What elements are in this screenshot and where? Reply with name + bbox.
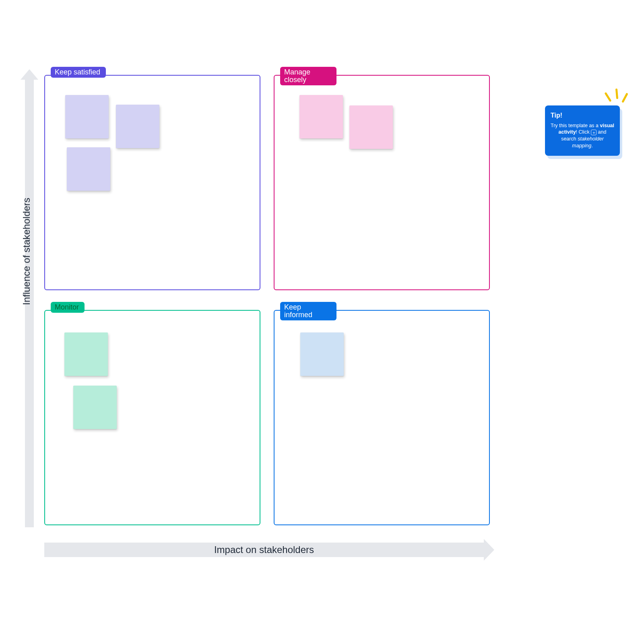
sticky-note[interactable] (300, 332, 344, 376)
y-axis-label: Influence of stakeholders (21, 198, 32, 305)
quadrant-label-manage-closely: Manage closely (280, 67, 336, 85)
sticky-note[interactable] (116, 105, 159, 148)
plus-icon: ＋ (591, 130, 597, 135)
sticky-note[interactable] (64, 332, 108, 376)
quadrant-keep-satisfied[interactable]: Keep satisfied (44, 75, 260, 290)
sticky-note[interactable] (299, 95, 343, 138)
sticky-note[interactable] (67, 147, 110, 191)
quadrant-keep-informed[interactable]: Keep informed (274, 310, 490, 525)
quadrant-label-monitor: Monitor (51, 302, 85, 313)
tip-body: Try this template as a visual activity! … (551, 122, 614, 150)
quadrant-monitor[interactable]: Monitor (44, 310, 260, 525)
tip-card[interactable]: Tip! Try this template as a visual activ… (545, 105, 620, 156)
x-axis-label: Impact on stakeholders (44, 544, 484, 555)
quadrant-label-keep-informed: Keep informed (280, 302, 336, 320)
sticky-note[interactable] (349, 105, 393, 149)
sticky-note[interactable] (65, 95, 109, 138)
quadrant-label-keep-satisfied: Keep satisfied (51, 67, 106, 78)
x-axis-arrow: Impact on stakeholders (44, 543, 484, 557)
tip-title: Tip! (551, 111, 614, 120)
quadrant-manage-closely[interactable]: Manage closely (274, 75, 490, 290)
y-axis-arrow: Influence of stakeholders (25, 80, 34, 527)
sticky-note[interactable] (73, 386, 117, 429)
stakeholder-mapping-canvas[interactable]: Influence of stakeholders Keep satisfied… (0, 0, 644, 644)
sparkle-icon (605, 88, 629, 108)
